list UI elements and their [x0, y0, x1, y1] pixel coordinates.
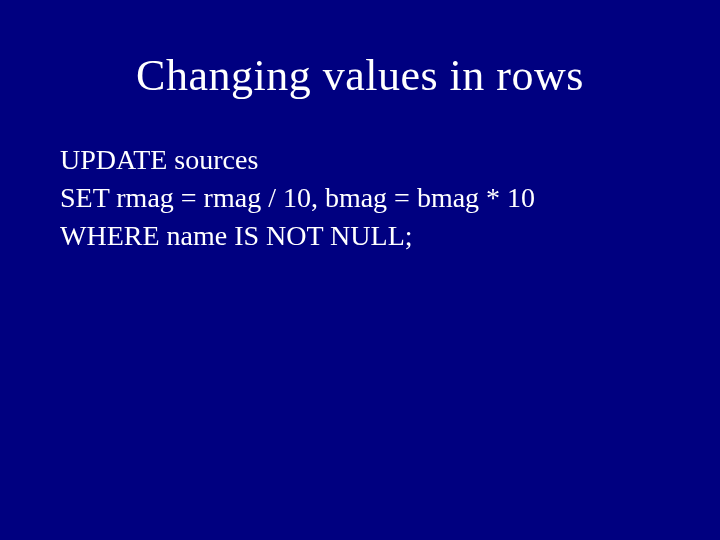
code-line: SET rmag = rmag / 10, bmag = bmag * 10 [60, 179, 665, 217]
code-line: WHERE name IS NOT NULL; [60, 217, 665, 255]
slide-content: UPDATE sources SET rmag = rmag / 10, bma… [55, 141, 665, 254]
code-line: UPDATE sources [60, 141, 665, 179]
slide-title: Changing values in rows [55, 50, 665, 101]
slide-container: Changing values in rows UPDATE sources S… [0, 0, 720, 540]
